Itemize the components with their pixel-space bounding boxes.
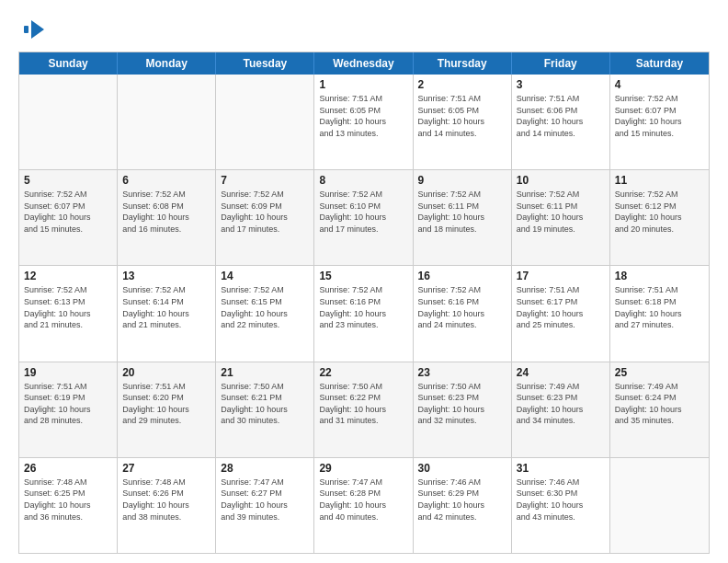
day-number: 16 — [418, 270, 506, 282]
day-info: Sunrise: 7:52 AMSunset: 6:10 PMDaylight:… — [319, 189, 407, 235]
calendar-day-cell: 28Sunrise: 7:47 AMSunset: 6:27 PMDayligh… — [216, 458, 314, 553]
day-info: Sunrise: 7:49 AMSunset: 6:23 PMDaylight:… — [517, 381, 605, 427]
day-number: 27 — [122, 462, 210, 475]
calendar-day-cell: 19Sunrise: 7:51 AMSunset: 6:19 PMDayligh… — [19, 362, 118, 457]
calendar-empty-cell — [118, 75, 216, 169]
svg-marker-0 — [31, 20, 44, 39]
calendar-day-cell: 29Sunrise: 7:47 AMSunset: 6:28 PMDayligh… — [314, 458, 413, 553]
day-info: Sunrise: 7:51 AMSunset: 6:17 PMDaylight:… — [517, 284, 605, 330]
calendar-day-cell: 27Sunrise: 7:48 AMSunset: 6:26 PMDayligh… — [118, 458, 216, 553]
calendar-day-cell: 23Sunrise: 7:50 AMSunset: 6:23 PMDayligh… — [414, 362, 512, 457]
day-number: 10 — [517, 174, 605, 187]
calendar-row: 5Sunrise: 7:52 AMSunset: 6:07 PMDaylight… — [19, 170, 709, 266]
day-info: Sunrise: 7:51 AMSunset: 6:05 PMDaylight:… — [319, 93, 407, 139]
day-number: 19 — [24, 366, 112, 379]
calendar-day-cell: 8Sunrise: 7:52 AMSunset: 6:10 PMDaylight… — [314, 170, 413, 265]
calendar-empty-cell — [19, 75, 118, 169]
day-number: 1 — [319, 78, 407, 91]
calendar-day-cell: 17Sunrise: 7:51 AMSunset: 6:17 PMDayligh… — [512, 266, 610, 361]
day-info: Sunrise: 7:52 AMSunset: 6:14 PMDaylight:… — [122, 284, 210, 330]
calendar-day-cell: 5Sunrise: 7:52 AMSunset: 6:07 PMDaylight… — [19, 170, 118, 265]
page-header — [18, 17, 710, 42]
day-info: Sunrise: 7:52 AMSunset: 6:16 PMDaylight:… — [418, 284, 506, 330]
day-number: 7 — [221, 174, 309, 187]
calendar-header: SundayMondayTuesdayWednesdayThursdayFrid… — [19, 52, 709, 75]
calendar-day-cell: 9Sunrise: 7:52 AMSunset: 6:11 PMDaylight… — [414, 170, 512, 265]
day-info: Sunrise: 7:51 AMSunset: 6:18 PMDaylight:… — [615, 284, 704, 330]
calendar-day-cell: 24Sunrise: 7:49 AMSunset: 6:23 PMDayligh… — [512, 362, 610, 457]
day-number: 24 — [517, 366, 605, 379]
weekday-header: Saturday — [610, 52, 709, 75]
day-info: Sunrise: 7:48 AMSunset: 6:25 PMDaylight:… — [24, 477, 112, 523]
day-number: 25 — [615, 366, 704, 379]
day-number: 13 — [122, 270, 210, 282]
calendar-row: 1Sunrise: 7:51 AMSunset: 6:05 PMDaylight… — [19, 75, 709, 170]
day-number: 4 — [615, 78, 704, 91]
day-number: 18 — [615, 270, 704, 282]
calendar-row: 19Sunrise: 7:51 AMSunset: 6:19 PMDayligh… — [19, 362, 709, 458]
calendar-day-cell: 31Sunrise: 7:46 AMSunset: 6:30 PMDayligh… — [512, 458, 610, 553]
day-info: Sunrise: 7:52 AMSunset: 6:12 PMDaylight:… — [615, 189, 704, 235]
day-info: Sunrise: 7:51 AMSunset: 6:20 PMDaylight:… — [122, 381, 210, 427]
day-number: 6 — [122, 174, 210, 187]
logo-icon — [22, 17, 48, 42]
day-number: 28 — [221, 462, 309, 475]
day-info: Sunrise: 7:47 AMSunset: 6:27 PMDaylight:… — [221, 477, 309, 523]
calendar: SundayMondayTuesdayWednesdayThursdayFrid… — [18, 52, 710, 554]
weekday-header: Wednesday — [314, 52, 413, 75]
calendar-row: 12Sunrise: 7:52 AMSunset: 6:13 PMDayligh… — [19, 266, 709, 362]
day-info: Sunrise: 7:49 AMSunset: 6:24 PMDaylight:… — [615, 381, 704, 427]
day-number: 31 — [517, 462, 605, 475]
calendar-day-cell: 26Sunrise: 7:48 AMSunset: 6:25 PMDayligh… — [19, 458, 118, 553]
day-info: Sunrise: 7:52 AMSunset: 6:16 PMDaylight:… — [319, 284, 407, 330]
calendar-day-cell: 20Sunrise: 7:51 AMSunset: 6:20 PMDayligh… — [118, 362, 216, 457]
calendar-empty-cell — [216, 75, 314, 169]
day-info: Sunrise: 7:46 AMSunset: 6:29 PMDaylight:… — [418, 477, 506, 523]
calendar-day-cell: 10Sunrise: 7:52 AMSunset: 6:11 PMDayligh… — [512, 170, 610, 265]
calendar-row: 26Sunrise: 7:48 AMSunset: 6:25 PMDayligh… — [19, 458, 709, 553]
calendar-day-cell: 4Sunrise: 7:52 AMSunset: 6:07 PMDaylight… — [610, 75, 709, 169]
calendar-day-cell: 16Sunrise: 7:52 AMSunset: 6:16 PMDayligh… — [414, 266, 512, 361]
day-info: Sunrise: 7:47 AMSunset: 6:28 PMDaylight:… — [319, 477, 407, 523]
calendar-day-cell: 25Sunrise: 7:49 AMSunset: 6:24 PMDayligh… — [610, 362, 709, 457]
calendar-day-cell: 18Sunrise: 7:51 AMSunset: 6:18 PMDayligh… — [610, 266, 709, 361]
day-number: 30 — [418, 462, 506, 475]
day-number: 12 — [24, 270, 112, 282]
day-info: Sunrise: 7:46 AMSunset: 6:30 PMDaylight:… — [517, 477, 605, 523]
day-number: 17 — [517, 270, 605, 282]
day-number: 9 — [418, 174, 506, 187]
calendar-day-cell: 6Sunrise: 7:52 AMSunset: 6:08 PMDaylight… — [118, 170, 216, 265]
weekday-header: Thursday — [414, 52, 512, 75]
day-info: Sunrise: 7:51 AMSunset: 6:05 PMDaylight:… — [418, 93, 506, 139]
day-info: Sunrise: 7:52 AMSunset: 6:08 PMDaylight:… — [122, 189, 210, 235]
calendar-day-cell: 13Sunrise: 7:52 AMSunset: 6:14 PMDayligh… — [118, 266, 216, 361]
day-info: Sunrise: 7:52 AMSunset: 6:09 PMDaylight:… — [221, 189, 309, 235]
day-info: Sunrise: 7:50 AMSunset: 6:23 PMDaylight:… — [418, 381, 506, 427]
calendar-day-cell: 11Sunrise: 7:52 AMSunset: 6:12 PMDayligh… — [610, 170, 709, 265]
calendar-day-cell: 1Sunrise: 7:51 AMSunset: 6:05 PMDaylight… — [314, 75, 413, 169]
day-info: Sunrise: 7:52 AMSunset: 6:07 PMDaylight:… — [615, 93, 704, 139]
calendar-day-cell: 14Sunrise: 7:52 AMSunset: 6:15 PMDayligh… — [216, 266, 314, 361]
day-info: Sunrise: 7:52 AMSunset: 6:07 PMDaylight:… — [24, 189, 112, 235]
svg-rect-1 — [24, 26, 28, 33]
day-number: 2 — [418, 78, 506, 91]
day-info: Sunrise: 7:52 AMSunset: 6:13 PMDaylight:… — [24, 284, 112, 330]
day-info: Sunrise: 7:50 AMSunset: 6:22 PMDaylight:… — [319, 381, 407, 427]
day-number: 23 — [418, 366, 506, 379]
day-info: Sunrise: 7:50 AMSunset: 6:21 PMDaylight:… — [221, 381, 309, 427]
day-info: Sunrise: 7:51 AMSunset: 6:19 PMDaylight:… — [24, 381, 112, 427]
day-number: 29 — [319, 462, 407, 475]
calendar-day-cell: 22Sunrise: 7:50 AMSunset: 6:22 PMDayligh… — [314, 362, 413, 457]
day-info: Sunrise: 7:48 AMSunset: 6:26 PMDaylight:… — [122, 477, 210, 523]
calendar-day-cell: 12Sunrise: 7:52 AMSunset: 6:13 PMDayligh… — [19, 266, 118, 361]
calendar-day-cell: 2Sunrise: 7:51 AMSunset: 6:05 PMDaylight… — [414, 75, 512, 169]
calendar-empty-cell — [610, 458, 709, 553]
calendar-body: 1Sunrise: 7:51 AMSunset: 6:05 PMDaylight… — [19, 75, 709, 553]
day-number: 21 — [221, 366, 309, 379]
weekday-header: Sunday — [19, 52, 118, 75]
day-number: 26 — [24, 462, 112, 475]
calendar-day-cell: 15Sunrise: 7:52 AMSunset: 6:16 PMDayligh… — [314, 266, 413, 361]
weekday-header: Tuesday — [216, 52, 314, 75]
day-number: 15 — [319, 270, 407, 282]
day-number: 5 — [24, 174, 112, 187]
